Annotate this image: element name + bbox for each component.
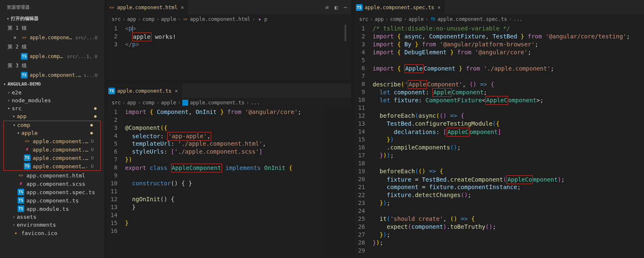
file-app-scss[interactable]: #app.component.scss (0, 180, 104, 188)
close-icon[interactable]: × (437, 5, 440, 10)
folder-assets[interactable]: ›assets (0, 213, 104, 221)
html-icon: <> (182, 16, 188, 22)
breadcrumb[interactable]: src› app› comp› apple› TSapple.component… (104, 98, 351, 107)
ts-icon: TS (18, 197, 24, 204)
ts-icon: TS (24, 163, 31, 169)
ts-icon: TS (108, 88, 115, 94)
minimap[interactable] (326, 107, 351, 258)
folder-src[interactable]: ▾src (0, 104, 104, 112)
star-icon: ★ (13, 230, 19, 236)
symbol-icon: ◆ (257, 16, 263, 22)
code-editor[interactable]: 12345678910111213141516 import { Compone… (104, 107, 351, 258)
file-apple-html[interactable]: <>apple.component.htmlU (4, 137, 100, 145)
ts-icon: TS (182, 100, 188, 106)
close-icon[interactable]: × (181, 5, 184, 10)
compare-icon[interactable]: ⇄ (326, 4, 329, 10)
chevron-right-icon: › (13, 215, 17, 219)
status-badge: U (95, 73, 101, 78)
chevron-right-icon: › (13, 223, 17, 227)
code-editor[interactable]: 123 <p> apple works! </p> (104, 24, 351, 83)
open-file-3[interactable]: TS apple.component.spec.ts s... U (0, 71, 104, 80)
code-lines[interactable]: /* tslint:disable:no-unused-variable */ … (373, 24, 644, 258)
ts-icon: TS (21, 53, 28, 60)
tab-apple-html[interactable]: <> apple.component.html × (104, 0, 189, 15)
code-lines[interactable]: <p> apple works! </p> (125, 24, 351, 83)
explorer-title: 资源管理器 (0, 0, 104, 14)
file-name: apple.component.ts (30, 53, 65, 59)
html-icon: <> (108, 4, 115, 11)
chevron-down-icon: ▾ (13, 123, 17, 127)
file-apple-ts[interactable]: TSapple.component.ts, U (4, 162, 100, 170)
chevron-down-icon: ▾ (8, 106, 12, 111)
file-favicon[interactable]: ★favicon.ico (0, 229, 104, 237)
folder-environments[interactable]: ›environments (0, 221, 104, 229)
ts-icon: TS (18, 189, 24, 195)
folder-apple[interactable]: ▾apple (4, 129, 100, 137)
open-editors-label: 打开的编辑器 (11, 15, 38, 22)
code-lines[interactable]: import { Component, OnInit } from '@angu… (125, 107, 351, 258)
gutter: 12345678910111213141516 (104, 107, 125, 258)
modified-dot-icon (90, 124, 93, 126)
code-editor[interactable]: 1234567891011121314151617181920212223242… (352, 24, 644, 258)
folder-app[interactable]: ▾app (0, 112, 104, 120)
close-icon[interactable]: × (13, 35, 19, 40)
ts-icon: TS (21, 72, 28, 78)
open-file-1[interactable]: × <> apple.component.html src/... U (0, 33, 104, 42)
file-app-ts[interactable]: TSapp.component.ts (0, 196, 104, 205)
file-apple-spec[interactable]: TSapple.component.spec.tsU (4, 154, 100, 162)
tab-bar: TS apple.component.spec.ts × (352, 0, 644, 15)
highlight-box: AppleComponent (171, 164, 222, 172)
highlight-box: AppleC (486, 96, 509, 105)
explorer-sidebar: 资源管理器 ▾ 打开的编辑器 第 1 组 × <> apple.componen… (0, 0, 104, 258)
chevron-down-icon: ▾ (7, 16, 11, 21)
tab-bar: <> apple.component.html × ⇄ ◧ ⋯ (104, 0, 351, 15)
modified-dot-icon (94, 107, 97, 110)
tab-bar: TS apple.component.ts × (104, 83, 351, 98)
highlight-box: 'app-apple', (167, 132, 211, 141)
chevron-down-icon: ▾ (3, 82, 8, 86)
file-name: apple.component.html (30, 35, 74, 40)
file-apple-scss[interactable]: #apple.component.scssU (4, 145, 100, 154)
group-1-label: 第 1 组 (0, 23, 104, 33)
more-icon[interactable]: ⋯ (344, 4, 347, 10)
editor-group-middle: <> apple.component.html × ⇄ ◧ ⋯ src› app… (104, 0, 352, 258)
file-path: src/... (67, 54, 86, 59)
gutter: 1234567891011121314151617181920212223242… (352, 24, 373, 258)
close-icon[interactable]: × (175, 88, 178, 94)
file-path: src/... (75, 35, 95, 40)
highlight-box: apple (132, 33, 151, 41)
chevron-down-icon: ▾ (17, 131, 21, 135)
tab-apple-spec[interactable]: TS apple.component.spec.ts × (352, 0, 445, 15)
tab-apple-ts[interactable]: TS apple.component.ts × (104, 83, 182, 98)
ts-icon: TS (430, 16, 436, 22)
highlighted-component-group: ▾comp ▾apple <>apple.component.htmlU #ap… (3, 121, 101, 171)
file-app-module[interactable]: TSapp.module.ts (0, 205, 104, 213)
ts-icon: TS (356, 4, 363, 11)
open-editors-header[interactable]: ▾ 打开的编辑器 (0, 14, 104, 23)
ts-icon: TS (18, 205, 24, 212)
file-app-html[interactable]: <>app.component.html (0, 171, 104, 180)
tab-label: apple.component.ts (117, 88, 171, 94)
project-name: ANGULAR-DEMO (8, 81, 41, 87)
scss-icon: # (24, 146, 31, 153)
folder-e2e[interactable]: ›e2e (0, 89, 104, 96)
chevron-right-icon: › (8, 90, 12, 95)
tab-label: apple.component.spec.ts (365, 5, 434, 10)
split-icon[interactable]: ◧ (335, 4, 338, 10)
breadcrumb[interactable]: src› app› comp› apple› <>apple.component… (104, 15, 351, 24)
tab-label: apple.component.html (117, 5, 178, 10)
editor-area: <> apple.component.html × ⇄ ◧ ⋯ src› app… (104, 0, 644, 258)
group-2-label: 第 2 组 (0, 42, 104, 52)
scrollbar[interactable] (345, 25, 346, 41)
open-file-2[interactable]: TS apple.component.ts src/... 1, U (0, 52, 104, 61)
breadcrumb[interactable]: src› app› comp› apple› TSapple.component… (352, 15, 644, 24)
folder-node-modules[interactable]: ›node_modules (0, 96, 104, 104)
file-app-spec[interactable]: TSapp.component.spec.ts (0, 188, 104, 196)
highlight-box: AppleCo (506, 175, 533, 184)
editor-pane-html: <> apple.component.html × ⇄ ◧ ⋯ src› app… (104, 0, 351, 83)
modified-dot-icon (90, 132, 93, 134)
project-header[interactable]: ▾ ANGULAR-DEMO (0, 80, 104, 89)
status-badge: U (95, 35, 101, 40)
highlight-box: Apple (432, 88, 452, 97)
folder-comp[interactable]: ▾comp (4, 121, 100, 129)
